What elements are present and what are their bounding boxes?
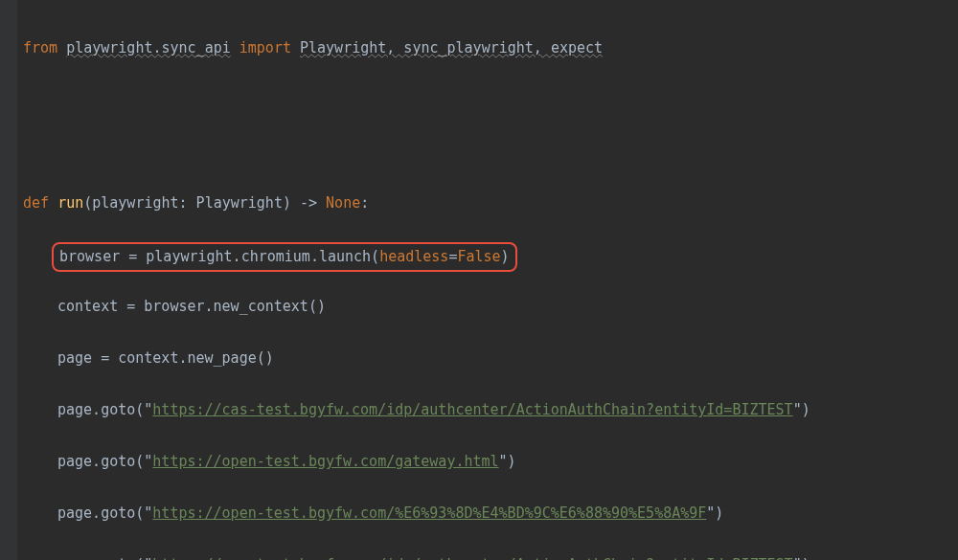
url-string: https://open-test.bgyfw.com/gateway.html xyxy=(152,453,498,470)
code-editor[interactable]: from playwright.sync_api import Playwrig… xyxy=(0,10,958,560)
function-sig: (playwright: Playwright) -> xyxy=(83,194,326,212)
import-names: Playwright, sync_playwright, expect xyxy=(300,39,603,56)
code-line[interactable]: from playwright.sync_api import Playwrig… xyxy=(23,35,958,61)
code-line[interactable]: page = context.new_page() xyxy=(23,346,958,371)
url-string: https://open-test.bgyfw.com/%E6%93%8D%E4… xyxy=(152,504,706,522)
code-line[interactable]: context = browser.new_context() xyxy=(23,294,958,320)
keyword-none: None xyxy=(326,194,360,212)
url-string: https://cas-test.bgyfw.com/idp/authcente… xyxy=(152,556,792,560)
keyword-def: def xyxy=(23,194,49,212)
url-string: https://cas-test.bgyfw.com/idp/authcente… xyxy=(152,401,792,418)
highlight-box: browser = playwright.chromium.launch(hea… xyxy=(52,242,517,272)
editor-gutter xyxy=(0,0,17,560)
code-line xyxy=(23,87,958,113)
code-line[interactable]: page.goto("https://open-test.bgyfw.com/g… xyxy=(23,449,958,475)
keyword-from: from xyxy=(23,39,57,56)
module-name: playwright.sync_api xyxy=(66,39,231,56)
code-line[interactable]: page.goto("https://cas-test.bgyfw.com/id… xyxy=(23,552,958,560)
code-line[interactable]: page.goto("https://cas-test.bgyfw.com/id… xyxy=(23,397,958,423)
code-line[interactable]: def run(playwright: Playwright) -> None: xyxy=(23,190,958,216)
code-line[interactable]: page.goto("https://open-test.bgyfw.com/%… xyxy=(23,501,958,526)
code-line-highlighted[interactable]: browser = playwright.chromium.launch(hea… xyxy=(23,242,958,268)
function-name: run xyxy=(57,194,83,212)
code-line xyxy=(23,139,958,165)
keyword-import: import xyxy=(240,39,291,56)
